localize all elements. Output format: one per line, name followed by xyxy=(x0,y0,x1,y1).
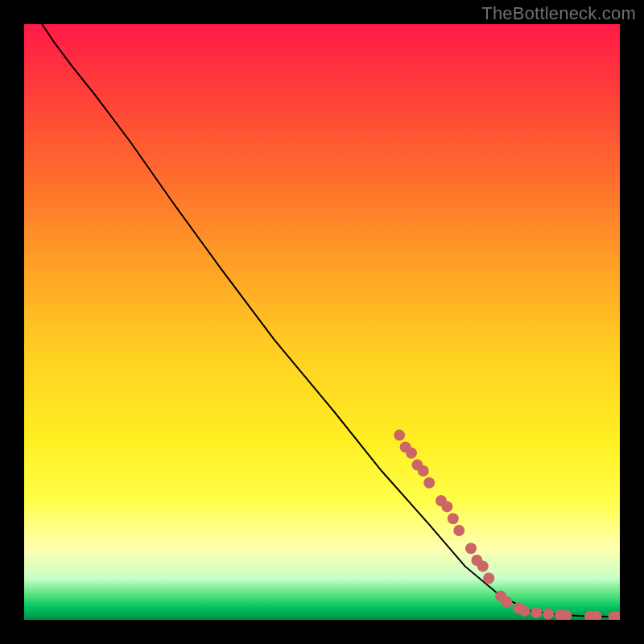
chart-data-point xyxy=(418,465,429,477)
chart-data-point xyxy=(543,609,554,620)
chart-data-point xyxy=(465,543,477,554)
chart-data-point xyxy=(530,607,542,618)
chart-data-point xyxy=(483,572,494,584)
chart-curve xyxy=(42,24,620,617)
chart-data-point xyxy=(448,513,459,524)
chart-data-point xyxy=(441,501,452,512)
chart-frame: TheBottleneck.com xyxy=(0,0,644,644)
chart-data-point xyxy=(477,560,489,572)
chart-points-group xyxy=(394,430,620,620)
chart-data-point xyxy=(406,448,417,459)
chart-data-point xyxy=(501,597,512,608)
chart-data-point xyxy=(453,525,464,536)
chart-svg-layer xyxy=(24,24,620,620)
chart-data-point xyxy=(394,430,405,441)
chart-data-point xyxy=(423,477,435,489)
chart-data-point xyxy=(519,605,530,617)
chart-plot-area xyxy=(24,24,620,620)
watermark-text: TheBottleneck.com xyxy=(481,3,636,24)
